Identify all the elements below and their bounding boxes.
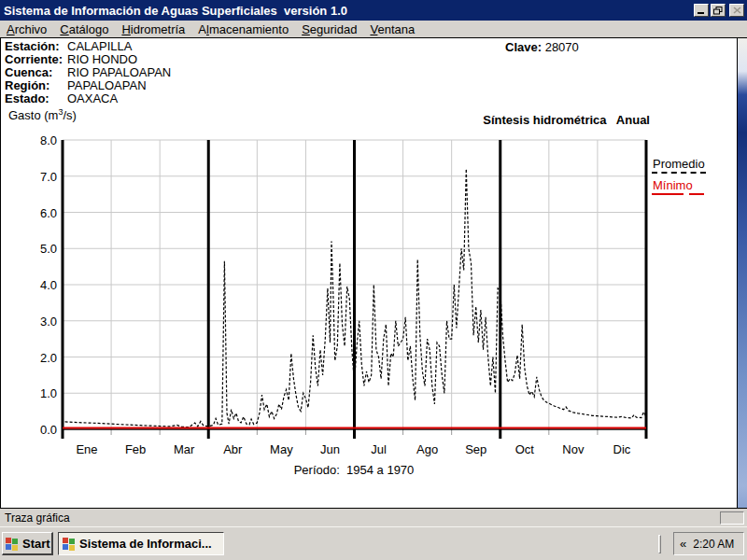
- title-bar: Sistema de Información de Aguas Superfic…: [0, 0, 747, 21]
- clock: 2:20 AM: [691, 538, 734, 551]
- y-tick-label: 2.0: [25, 351, 57, 365]
- month-label-ene: Ene: [63, 442, 111, 456]
- taskbar-item-label: Sistema de Informaci...: [79, 537, 212, 551]
- taskbar-item-sistema[interactable]: Sistema de Informaci...: [58, 532, 224, 555]
- y-tick-label: 6.0: [25, 206, 57, 220]
- status-text: Traza gráfica: [2, 511, 717, 525]
- y-tick-label: 0.0: [25, 423, 57, 437]
- month-label-oct: Oct: [500, 442, 549, 456]
- month-label-mar: Mar: [160, 442, 208, 456]
- status-grip-panel: [720, 511, 744, 525]
- minimize-icon: [698, 12, 704, 14]
- month-label-ago: Ago: [403, 442, 452, 456]
- y-tick-label: 8.0: [25, 133, 57, 147]
- month-label-dic: Dic: [598, 442, 646, 456]
- taskbar-divider: [658, 535, 661, 553]
- menu-item-catalogo[interactable]: Catálogo: [53, 21, 115, 37]
- month-label-jul: Jul: [355, 442, 403, 456]
- menu-item-ventana[interactable]: Ventana: [363, 21, 421, 37]
- window-title: Sistema de Información de Aguas Superfic…: [0, 4, 347, 18]
- windows-flag-icon: [6, 538, 19, 550]
- period-label: Período: 1954 a 1970: [237, 463, 471, 477]
- y-tick-label: 5.0: [25, 242, 57, 256]
- close-icon: [733, 7, 741, 14]
- client-area: Estación:CALAPILLACorriente:RIO HONDOCue…: [0, 37, 747, 509]
- start-button[interactable]: Start: [2, 532, 53, 555]
- menu-item-seguridad[interactable]: Seguridad: [295, 21, 363, 37]
- menu-bar: ArchivoCatálogoHidrometríaAlmacenamiento…: [0, 21, 747, 37]
- hydrograph-plot: [1, 38, 737, 509]
- month-label-may: May: [257, 442, 305, 456]
- restore-button[interactable]: [711, 4, 726, 17]
- month-label-nov: Nov: [549, 442, 598, 456]
- month-label-abr: Abr: [208, 442, 257, 456]
- month-label-sep: Sep: [452, 442, 500, 456]
- month-label-feb: Feb: [111, 442, 160, 456]
- start-label: Start: [22, 537, 50, 551]
- right-edge-window-strip: [737, 38, 747, 509]
- menu-item-almacenamiento[interactable]: Almacenamiento: [191, 21, 295, 37]
- y-tick-label: 3.0: [25, 315, 57, 329]
- app-icon: [63, 538, 76, 550]
- minimize-button[interactable]: [694, 4, 709, 17]
- menu-item-archivo[interactable]: Archivo: [0, 21, 53, 37]
- y-tick-label: 7.0: [25, 170, 57, 184]
- tray-collapse-button[interactable]: «: [674, 537, 691, 551]
- menu-item-hidrometria[interactable]: Hidrometría: [115, 21, 191, 37]
- window-controls: [692, 4, 744, 17]
- close-button[interactable]: [729, 4, 744, 17]
- system-tray: « 2:20 AM: [673, 532, 744, 555]
- taskbar: Start Sistema de Informaci... « 2:20 AM: [0, 526, 747, 560]
- y-tick-label: 4.0: [25, 278, 57, 292]
- y-tick-label: 1.0: [25, 386, 57, 400]
- status-bar: Traza gráfica: [0, 510, 747, 526]
- restore-icon: [713, 7, 723, 15]
- month-label-jun: Jun: [305, 442, 354, 456]
